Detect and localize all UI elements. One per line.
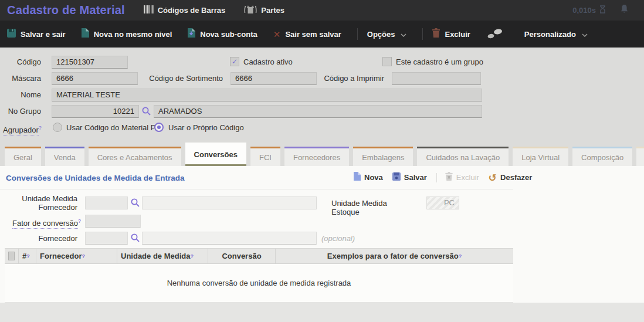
- new-same-level-button[interactable]: Nova no mesmo nível: [82, 28, 172, 40]
- select-all-cell: [5, 249, 19, 263]
- delete-button[interactable]: Excluir: [432, 28, 470, 40]
- codigo-field[interactable]: 121501307: [52, 56, 128, 69]
- radio-usar-proprio-codigo[interactable]: [154, 123, 164, 132]
- mascara-field[interactable]: 6666: [52, 72, 138, 85]
- nova-conversao-button[interactable]: Nova: [354, 172, 383, 183]
- page-title: Cadastro de Material: [7, 4, 125, 17]
- cadastro-ativo-label: Cadastro ativo: [243, 57, 293, 67]
- tab-bar: Geral Venda Cores e Acabamentos Conversõ…: [0, 143, 644, 166]
- new-sub-account-button[interactable]: Nova sub-conta: [188, 28, 257, 40]
- fornecedor-name-field[interactable]: [142, 232, 317, 245]
- action-toolbar: Salvar e sair Nova no mesmo nível Nova s…: [0, 21, 644, 48]
- header-right: 0,010s: [572, 0, 644, 21]
- fator-conversao-label: Fator de conversão?: [0, 217, 81, 228]
- section-actions: Nova Salvar Excluir ↺ Desfazer: [354, 172, 541, 183]
- fator-conversao-field[interactable]: [85, 215, 141, 228]
- mascara-label: Máscara: [0, 72, 41, 85]
- tab-estocagem[interactable]: Estocagem: [636, 147, 644, 166]
- sortimento-label: Código de Sortimento: [140, 72, 223, 85]
- no-grupo-code-field[interactable]: 10221: [52, 105, 139, 118]
- help-hint-icon: ?: [459, 253, 462, 259]
- tab-label: FCI: [259, 153, 272, 162]
- um-fornecedor-code-field[interactable]: [85, 196, 128, 209]
- save-exit-button[interactable]: Salvar e sair: [7, 29, 66, 40]
- search-icon[interactable]: [130, 198, 140, 210]
- new-page-icon: [82, 28, 89, 40]
- grupo-checkbox-label: Este cadastro é um grupo: [396, 57, 483, 67]
- x-icon: ✕: [273, 30, 281, 39]
- tab-label: Geral: [13, 153, 32, 162]
- hourglass-icon: [599, 5, 606, 16]
- select-all-checkbox[interactable]: [8, 252, 15, 260]
- tab-cuidados-na-lavacao[interactable]: Cuidados na Lavação: [417, 147, 509, 166]
- cadastro-material-screen: Cadastro de Material Códigos de Barras P…: [0, 0, 644, 322]
- tab-geral[interactable]: Geral: [5, 147, 41, 166]
- nav-partes[interactable]: Partes: [244, 5, 284, 16]
- save-icon: [392, 172, 401, 183]
- search-icon[interactable]: [130, 233, 140, 245]
- save-exit-label: Salvar e sair: [21, 30, 66, 39]
- trash-disabled-icon: [445, 172, 453, 183]
- custom-label: Personalizado: [524, 30, 576, 39]
- search-icon[interactable]: [141, 106, 151, 118]
- desfazer-button[interactable]: ↺ Desfazer: [489, 173, 532, 182]
- new-subpage-arrow-icon: [188, 28, 195, 40]
- tab-composicao[interactable]: Composição: [572, 147, 632, 166]
- section-title: Conversões de Unidades de Medida de Entr…: [6, 174, 185, 182]
- excluir-conversao-button[interactable]: Excluir: [445, 172, 479, 183]
- undo-icon: ↺: [489, 174, 497, 182]
- tab-label: Cuidados na Lavação: [426, 153, 500, 162]
- um-fornecedor-name-field[interactable]: [142, 196, 317, 209]
- um-estoque-label: Unidade Medida Estoque: [331, 199, 413, 216]
- col-conversao[interactable]: Conversão: [208, 249, 276, 263]
- vest-icon: [244, 5, 257, 16]
- tab-conversoes[interactable]: Conversões: [185, 143, 246, 166]
- footprints-icon[interactable]: [486, 29, 504, 39]
- salvar-conversao-button[interactable]: Salvar: [392, 172, 427, 183]
- help-hint-icon[interactable]: ?: [39, 125, 42, 131]
- tab-loja-virtual[interactable]: Loja Virtual: [513, 147, 568, 166]
- barcode-icon: [144, 5, 154, 16]
- grupo-checkbox[interactable]: [382, 57, 392, 66]
- tab-venda[interactable]: Venda: [45, 147, 84, 166]
- request-timer: 0,010s: [572, 6, 596, 15]
- tab-label: Cores e Acabamentos: [97, 153, 172, 162]
- agrupador-label: Agrupador?: [3, 121, 50, 134]
- actions-separator: [436, 173, 437, 182]
- trash-icon: [432, 28, 440, 40]
- exit-without-save-button[interactable]: ✕ Sair sem salvar: [273, 30, 341, 39]
- col-conversao-label: Conversão: [222, 252, 261, 260]
- radio-usar-codigo-pai[interactable]: [53, 123, 62, 132]
- tab-fornecedores[interactable]: Fornecedores: [284, 147, 349, 166]
- tab-embalagens[interactable]: Embalagens: [353, 147, 413, 166]
- col-num-label: #: [22, 252, 26, 260]
- new-same-level-label: Nova no mesmo nível: [94, 30, 172, 39]
- custom-menu-button[interactable]: Personalizado: [524, 29, 588, 39]
- col-unidade-medida[interactable]: Unidade de Medida?: [117, 249, 208, 263]
- col-exemplos[interactable]: Exemplos para o fator de conversão?: [276, 249, 513, 263]
- salvar-label: Salvar: [404, 173, 427, 182]
- nav-codigos-de-barras[interactable]: Códigos de Barras: [144, 5, 226, 16]
- notifications-bell-icon[interactable]: [620, 4, 629, 16]
- nome-label: Nome: [0, 89, 41, 101]
- no-grupo-name-field[interactable]: ARAMADOS: [154, 105, 482, 118]
- cadastro-ativo-checkbox[interactable]: [230, 57, 239, 66]
- col-fornecedor[interactable]: Fornecedor?: [36, 249, 117, 263]
- sortimento-field[interactable]: 6666: [231, 72, 317, 85]
- imprimir-label: Código a Imprimir: [320, 72, 384, 85]
- col-exemplos-label: Exemplos para o fator de conversão: [327, 252, 459, 260]
- tab-cores-e-acabamentos[interactable]: Cores e Acabamentos: [89, 147, 181, 166]
- new-page-icon: [354, 172, 361, 183]
- delete-label: Excluir: [445, 30, 470, 39]
- fornecedor-code-field[interactable]: [85, 232, 128, 245]
- options-menu-button[interactable]: Opções: [367, 29, 407, 39]
- col-num[interactable]: #?: [19, 249, 36, 263]
- tab-fci[interactable]: FCI: [250, 147, 280, 166]
- footer-strip: [0, 303, 644, 322]
- help-hint-icon[interactable]: ?: [78, 218, 81, 224]
- imprimir-field[interactable]: [392, 72, 481, 85]
- options-label: Opções: [367, 30, 395, 39]
- help-hint-icon: ?: [190, 253, 194, 259]
- um-fornecedor-label: Unidade Medida Fornecedor: [0, 194, 77, 212]
- nome-field[interactable]: MATERIAL TESTE: [52, 89, 482, 101]
